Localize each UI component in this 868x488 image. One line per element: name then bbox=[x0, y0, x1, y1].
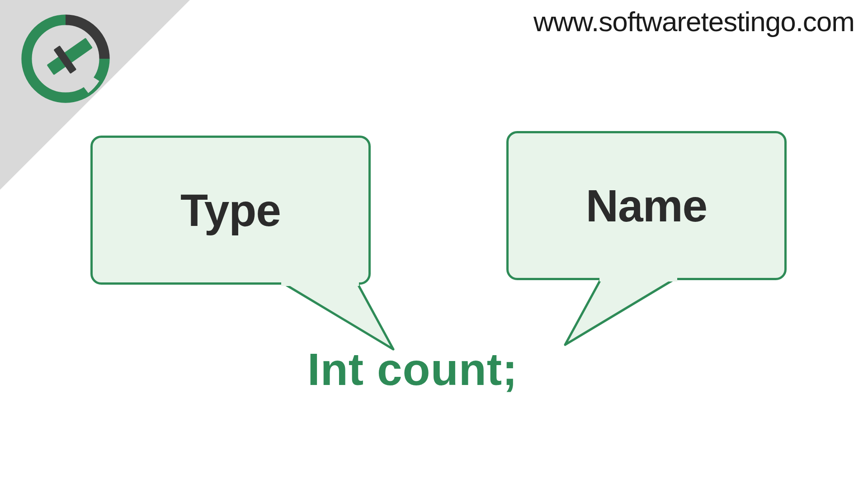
website-url: www.softwaretestingo.com bbox=[533, 5, 854, 38]
diagram-area: Type Name Int count; bbox=[90, 136, 796, 407]
speech-bubble-type: Type bbox=[90, 136, 371, 285]
svg-rect-3 bbox=[281, 282, 359, 286]
logo-icon bbox=[18, 11, 113, 106]
svg-marker-2 bbox=[283, 283, 393, 349]
bubble-name-label: Name bbox=[586, 180, 707, 232]
svg-rect-5 bbox=[599, 277, 677, 282]
code-declaration: Int count; bbox=[307, 343, 518, 395]
bubble-tail-name-icon bbox=[552, 277, 678, 349]
svg-marker-4 bbox=[565, 278, 676, 345]
bubble-tail-type-icon bbox=[280, 282, 407, 354]
bubble-type-label: Type bbox=[180, 184, 281, 236]
speech-bubble-name: Name bbox=[506, 131, 787, 280]
